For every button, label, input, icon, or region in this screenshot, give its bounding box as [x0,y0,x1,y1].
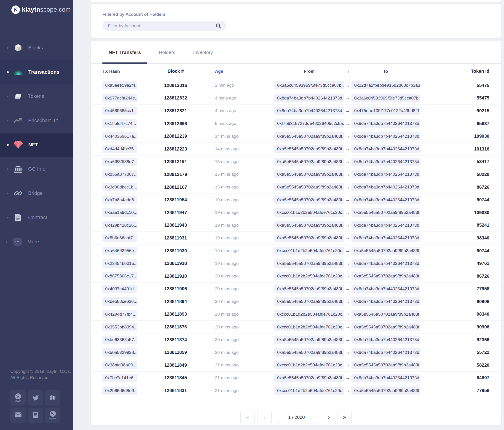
tx-hash-link[interactable]: 0xbeb88ce626... [102,297,137,306]
social-klaytn-square-button[interactable]: Ksquare [45,408,60,423]
to-address-link[interactable]: 0x8da74ba3db7b440264421373d... [351,158,420,166]
tx-hash-link[interactable]: 0xd589685ca1... [102,107,137,115]
from-address-link[interactable]: 0xa5e5545a50702aa9f89b2a483f... [274,259,344,268]
to-address-link[interactable]: 0xa5e5545a50702aa9f89b2a483f... [351,247,420,255]
to-address-link[interactable]: 0x8da74ba3db7b440264421373d... [351,259,420,268]
tx-hash-link[interactable]: 0x2b65d6d8e9... [102,386,137,395]
from-address-link[interactable]: 0xa5e5545a50702aa9f89b2a483f... [274,297,344,306]
tx-hash-link[interactable]: 0xa64692956e... [102,247,137,255]
klaytnscope-logo[interactable]: K klaytnscope.com [11,6,71,14]
sidebar-item-contract[interactable]: Contract [0,205,73,230]
pagination-last-button[interactable]: » [338,411,352,424]
from-address-link[interactable]: 0xf7b8318727dde48026405c2c8a... [274,119,344,128]
from-address-link[interactable]: 0xccc01b1d2b2e504afde761c20c... [274,310,344,318]
tx-hash-link[interactable]: 0x856a877807... [102,170,137,178]
from-address-link[interactable]: 0xa5e5545a50702aa9f89b2a483f... [274,348,344,357]
sidebar-item-nft[interactable]: NFT [0,133,73,157]
tx-hash-link[interactable]: 0x3d90dbcc1b... [102,183,137,191]
tab-holders[interactable]: Holders [153,41,181,64]
from-address-link[interactable]: 0xa5e5545a50702aa9f89b2a483f... [274,183,344,191]
tx-hash-link[interactable]: 0xa6f680f88d7... [102,158,137,166]
sidebar-item-pricechart[interactable]: Pricechart [0,109,73,133]
col-header-age[interactable]: Age [215,69,274,74]
to-address-link[interactable]: 0x8da74ba3db7b440264421373d... [351,145,420,153]
to-address-link[interactable]: 0x8da74ba3db7b440264421373d... [351,196,420,204]
search-button[interactable] [216,23,221,29]
to-address-link[interactable]: 0x22d7a2fbebde91582868c7b3a3... [351,81,420,89]
sidebar-item-bridge[interactable]: Bridge [0,181,73,205]
social-email-button[interactable] [10,408,26,423]
tx-hash-link[interactable]: 0xa7b8a4add8... [102,196,137,204]
to-address-link[interactable]: 0x8da74ba3db7b440264421373d... [351,183,420,191]
to-address-link[interactable]: 0x8da74ba3db7b440264421373d... [351,221,420,229]
tx-hash-link[interactable]: 0x8b6d66aaf7... [102,234,137,242]
tx-hash-link[interactable]: 0x440369617a... [102,132,137,140]
to-address-link[interactable]: 0x8da74ba3db7b440264421373d... [351,297,420,306]
from-address-link[interactable]: 0xa5e5545a50702aa9f89b2a483f... [274,158,344,166]
tab-inventory[interactable]: Inventory [187,41,219,64]
tx-hash-link[interactable]: 0xd4d4d4bc35... [102,145,137,153]
sidebar-item-gc-info[interactable]: GC Info [0,157,73,181]
from-address-link[interactable]: 0xa5e5545a50702aa9f89b2a483f... [274,196,344,204]
pagination-prev-button[interactable]: ‹ [257,411,272,424]
sidebar-item-more[interactable]: ▸•••More [0,230,73,254]
sidebar-item-tokens[interactable]: Tokens [0,84,73,109]
to-address-link[interactable]: 0x8da74ba3db7b440264421373d... [351,348,420,357]
to-address-link[interactable]: 0x475eae109f177c0122a43bd82f... [351,107,420,115]
tx-hash-link[interactable]: 0xbe63868a57... [102,336,137,344]
to-address-link[interactable]: 0xa5e5545a50702aa9f89b2a483f... [351,310,420,318]
from-address-link[interactable]: 0xa5e5545a50702aa9f89b2a483f... [274,285,344,293]
to-address-link[interactable]: 0x8da74ba3db7b440264421373d... [351,374,420,382]
to-address-link[interactable]: 0x8da74ba3db7b440264421373d... [351,132,420,140]
pagination-first-button[interactable]: « [240,411,254,424]
from-address-link[interactable]: 0xa5e5545a50702aa9f89b2a483f... [274,336,344,344]
to-address-link[interactable]: 0x8da74ba3db7b440264421373d... [351,170,420,178]
tab-nft-transfers[interactable]: NFT Transfers [102,41,147,64]
tx-hash-link[interactable]: 0x7bc7c141e6... [102,374,137,382]
from-address-link[interactable]: 0xccc01b1d2b2e504afde761c20c... [274,386,344,395]
to-address-link[interactable]: 0x8da74ba3db7b440264421373d... [351,234,420,242]
to-address-link[interactable]: 0xa5e5545a50702aa9f89b2a483f... [351,208,420,217]
tx-hash-link[interactable]: 0x50a5329928... [102,348,137,357]
social-medium-button[interactable] [45,390,60,405]
tx-hash-link[interactable]: 0x4037c4491d... [102,285,137,293]
from-address-link[interactable]: 0x3a6c04593969f5fe73d5cca07b... [274,81,344,89]
to-address-link[interactable]: 0xa5e5545a50702aa9f89b2a483f... [351,323,420,331]
account-filter-input[interactable] [102,21,226,31]
tx-hash-link[interactable]: 0x3553bb8394... [102,323,137,331]
to-address-link[interactable]: 0xa5e5545a50702aa9f89b2a483f... [351,386,420,395]
tx-hash-link[interactable]: 0x8675806c17... [102,272,137,280]
from-address-link[interactable]: 0x8da74ba3db7b440264421373d... [274,107,344,115]
social-twitter-button[interactable] [28,390,43,405]
tx-hash-link[interactable]: 0x677dcfa244e... [102,94,137,102]
tx-hash-link[interactable]: 0xaae1a9dc10... [102,208,137,217]
to-address-link[interactable]: 0x3a6c04593969f5fe73d5cca07b... [351,94,420,102]
to-address-link[interactable]: 0x8da74ba3db7b440264421373d... [351,285,420,293]
social-klaytn-button[interactable]: Kklaytn [10,390,26,405]
from-address-link[interactable]: 0xccc01b1d2b2e504afde761c20c... [274,208,344,217]
to-address-link[interactable]: 0xa5e5545a50702aa9f89b2a483f... [351,272,420,280]
tx-hash-link[interactable]: 0x38bfd38a09... [102,361,137,369]
from-address-link[interactable]: 0xa5e5545a50702aa9f89b2a483f... [274,234,344,242]
from-address-link[interactable]: 0xccc01b1d2b2e504afde761c20c... [274,323,344,331]
pagination-next-button[interactable]: › [322,411,336,424]
tx-hash-link[interactable]: 0x23454b0015... [102,259,137,268]
from-address-link[interactable]: 0xa5e5545a50702aa9f89b2a483f... [274,221,344,229]
from-address-link[interactable]: 0xccc01b1d2b2e504afde761c20c... [274,272,344,280]
from-address-link[interactable]: 0xa5e5545a50702aa9f89b2a483f... [274,145,344,153]
tx-hash-link[interactable]: 0x4294d77fb4... [102,310,137,318]
from-address-link[interactable]: 0xa5e5545a50702aa9f89b2a483f... [274,374,344,382]
tx-hash-link[interactable]: 0x429b420c26... [102,221,137,229]
from-address-link[interactable]: 0xa5e5545a50702aa9f89b2a483f... [274,132,344,140]
from-address-link[interactable]: 0xccc01b1d2b2e504afde761c20c... [274,361,344,369]
to-address-link[interactable]: 0x8da74ba3db7b440264421373d... [351,119,420,128]
tx-hash-link[interactable]: 0x1ffbfd47c74... [102,119,137,128]
social-docs-button[interactable] [28,408,43,423]
tx-hash-link[interactable]: 0xa5aee59a2f4... [102,81,137,89]
to-address-link[interactable]: 0xa5e5545a50702aa9f89b2a483f... [351,361,420,369]
sidebar-item-blocks[interactable]: Blocks [0,36,73,60]
from-address-link[interactable]: 0xa5e5545a50702aa9f89b2a483f... [274,170,344,178]
sidebar-item-transactions[interactable]: Transactions [0,60,73,84]
to-address-link[interactable]: 0x8da74ba3db7b440264421373d... [351,336,420,344]
from-address-link[interactable]: 0xccc01b1d2b2e504afde761c20c... [274,247,344,255]
